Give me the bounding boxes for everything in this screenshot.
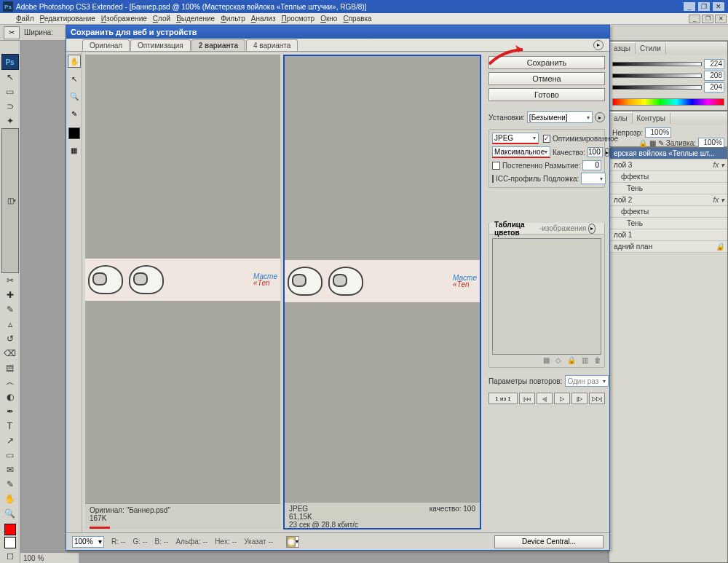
blur-tool[interactable]: ෴: [1, 375, 19, 390]
preview-browser-button[interactable]: ▾: [286, 536, 299, 548]
tab-original[interactable]: Оригинал: [82, 39, 130, 51]
slider-2[interactable]: [612, 74, 702, 78]
history-brush-tool[interactable]: ↺: [1, 331, 19, 346]
layer-3-shadow[interactable]: Тень: [609, 183, 727, 194]
paths-tab[interactable]: Контуры: [633, 113, 670, 124]
eyedropper-color[interactable]: [68, 127, 80, 139]
zoom-select[interactable]: 100%▾: [72, 536, 104, 548]
menu-select[interactable]: Выделение: [176, 15, 215, 23]
hand-tool-icon[interactable]: ✋: [68, 55, 81, 68]
preset-flyout-icon[interactable]: ▸: [595, 112, 605, 122]
pen-tool[interactable]: ✒: [1, 404, 19, 419]
tab-optimized[interactable]: Оптимизация: [130, 39, 191, 51]
cancel-button[interactable]: Отмена: [488, 72, 605, 85]
value-2[interactable]: 208: [704, 71, 724, 81]
icc-checkbox[interactable]: [492, 175, 494, 183]
zoom-tool-icon[interactable]: 🔍: [68, 90, 81, 103]
slice-tool[interactable]: ✂: [1, 273, 19, 288]
layer-2-effects[interactable]: ффекты: [609, 206, 727, 218]
shape-tool[interactable]: ▭: [1, 448, 19, 462]
preview-original[interactable]: Масте«Теп Оригинал: "Баннер.psd" 167K: [85, 55, 280, 529]
ct-icon[interactable]: ◇: [555, 356, 561, 364]
swatches-tab[interactable]: азцы: [609, 42, 636, 54]
ct-flyout-icon[interactable]: ▸: [588, 224, 596, 234]
last-frame-button[interactable]: ▷▷|: [589, 393, 605, 404]
menu-filter[interactable]: Фильтр: [221, 15, 245, 23]
doc-minimize-button[interactable]: _: [689, 15, 700, 23]
tab-flyout-icon[interactable]: ▸: [593, 40, 604, 50]
lock-icons[interactable]: 🔒 ▦ ✎: [638, 139, 664, 147]
move-tool[interactable]: ↖: [1, 70, 19, 84]
styles-tab[interactable]: Стили: [636, 43, 666, 54]
stamp-tool[interactable]: ▵: [1, 317, 19, 331]
save-button[interactable]: Сохранить: [488, 56, 605, 69]
play-button[interactable]: ▷: [554, 393, 570, 404]
menu-window[interactable]: Окно: [320, 15, 337, 23]
menu-edit[interactable]: Редактирование: [40, 15, 95, 23]
notes-tool[interactable]: ✉: [1, 462, 19, 477]
repeat-select[interactable]: Один раз: [565, 375, 609, 387]
zoom-tool[interactable]: 🔍: [1, 506, 19, 521]
foreground-color[interactable]: [4, 524, 16, 535]
doc-close-button[interactable]: ✕: [715, 15, 727, 23]
type-tool[interactable]: T: [1, 419, 19, 433]
background-color[interactable]: [4, 537, 16, 548]
menu-file[interactable]: Файл: [16, 15, 34, 23]
optimized-checkbox[interactable]: ✓: [543, 135, 550, 143]
slice-visibility-icon[interactable]: ▦: [68, 143, 81, 157]
ct-icon[interactable]: ▥: [582, 356, 588, 364]
value-1[interactable]: 224: [704, 59, 724, 69]
prev-frame-button[interactable]: ◃|: [537, 393, 553, 404]
hand-tool[interactable]: ✋: [1, 492, 19, 506]
color-table-tab[interactable]: Таблица цветов: [492, 221, 533, 237]
dodge-tool[interactable]: ◐: [1, 390, 19, 404]
crop-tool[interactable]: ◫: [1, 128, 19, 273]
first-frame-button[interactable]: |◃◃: [519, 393, 535, 404]
eyedropper-icon[interactable]: ✎: [68, 107, 81, 120]
layer-3-effects[interactable]: ффекты: [609, 171, 727, 183]
color-ramp[interactable]: [612, 98, 724, 106]
format-select[interactable]: JPEG: [492, 133, 539, 144]
heal-tool[interactable]: ✚: [1, 288, 19, 302]
device-central-button[interactable]: Device Central...: [494, 535, 604, 548]
brush-tool[interactable]: ✎: [1, 302, 19, 317]
menu-help[interactable]: Справка: [343, 15, 371, 23]
tab-2up[interactable]: 2 варианта: [191, 39, 245, 51]
gradient-tool[interactable]: ▤: [1, 361, 19, 375]
wand-tool[interactable]: ✦: [1, 114, 19, 128]
quality-flyout-icon[interactable]: ▸: [605, 148, 609, 157]
marquee-tool[interactable]: ▭: [1, 84, 19, 99]
slider-3[interactable]: [612, 85, 702, 90]
done-button[interactable]: Готово: [488, 88, 605, 101]
close-button[interactable]: ✕: [712, 1, 725, 12]
preset-select[interactable]: [Безымени]: [527, 111, 593, 123]
eyedropper-tool[interactable]: ✎: [1, 477, 19, 492]
doc-restore-button[interactable]: ❐: [702, 15, 713, 23]
progressive-checkbox[interactable]: [492, 162, 500, 170]
value-3[interactable]: 204: [704, 82, 724, 92]
preview-optimized[interactable]: Масте«Теп JPEG 61,15K 23 сек @ 28,8 кбит…: [283, 55, 481, 529]
layer-2[interactable]: лой 2fx ▾: [609, 194, 727, 206]
opacity-value[interactable]: 100%: [645, 127, 671, 138]
layer-1[interactable]: лой 1: [609, 229, 727, 241]
image-size-tab[interactable]: ◦изображения: [539, 224, 587, 232]
fill-value[interactable]: 100%: [698, 138, 724, 148]
ct-icon[interactable]: ▦: [543, 356, 550, 364]
slider-1[interactable]: [612, 62, 702, 66]
slice-select-icon[interactable]: ↖: [68, 72, 81, 85]
ct-trash-icon[interactable]: 🗑: [594, 356, 601, 364]
lasso-tool[interactable]: ⊃: [1, 99, 19, 114]
next-frame-button[interactable]: |▷: [571, 393, 587, 404]
maximize-button[interactable]: ❐: [697, 1, 711, 12]
eraser-tool[interactable]: ⌫: [1, 346, 19, 361]
blur-value[interactable]: 0: [582, 160, 601, 170]
crop-tool-icon[interactable]: ✂: [4, 26, 20, 39]
quality-preset-select[interactable]: Максимальное: [492, 146, 550, 158]
menu-view[interactable]: Просмотр: [282, 15, 315, 23]
menu-analysis[interactable]: Анализ: [251, 15, 276, 23]
path-tool[interactable]: ↗: [1, 433, 19, 448]
matte-select[interactable]: [581, 173, 606, 184]
ct-icon[interactable]: 🔒: [567, 356, 576, 364]
quality-value[interactable]: 100: [587, 147, 603, 157]
quickmask-toggle[interactable]: ◻: [1, 548, 19, 563]
